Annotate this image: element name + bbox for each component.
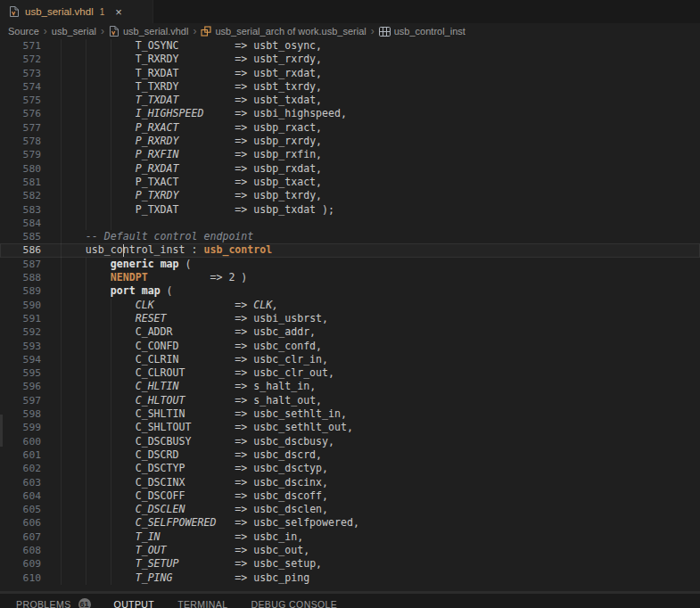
code-line[interactable]: 575 T_TXDAT => usbt_txdat, <box>0 94 700 107</box>
code-line[interactable]: 586 usb_control_inst : usb_control <box>0 243 700 257</box>
code-text: T_OUT => usbc_out, <box>36 544 309 557</box>
code-line[interactable]: 597 C_HLTOUT => s_halt_out, <box>0 394 700 407</box>
code-line[interactable]: 599 C_SHLTOUT => usbc_sethlt_out, <box>0 421 700 434</box>
code-line[interactable]: 582 P_TXRDY => usbp_txrdy, <box>0 189 700 202</box>
code-line[interactable]: 573 T_RXDAT => usbt_rxdat, <box>0 67 700 80</box>
code-line[interactable]: 577 P_RXACT => usbp_rxact, <box>0 121 700 135</box>
code-line[interactable]: 578 P_RXRDY => usbp_rxrdy, <box>0 135 700 148</box>
code-text: T_TXRDY => usbt_txrdy, <box>36 80 322 94</box>
chevron-right-icon: › <box>96 25 109 37</box>
code-line[interactable]: 595 C_CLROUT => usbc_clr_out, <box>0 366 700 380</box>
code-text: P_TXRDY => usbp_txrdy, <box>36 189 322 202</box>
breadcrumb-label: usb_serial <box>52 26 96 37</box>
code-line[interactable]: 604 C_DSCOFF => usbc_dscoff, <box>0 489 700 503</box>
code-text: T_RXRDY => usbt_rxrdy, <box>36 53 322 66</box>
panel-tab-problems[interactable]: PROBLEMS61 <box>16 597 91 608</box>
code-text: C_DSCTYP => usbc_dsctyp, <box>36 462 328 475</box>
breadcrumb-label: usb_serial.vhdl <box>123 26 188 37</box>
code-text: T_IN => usbc_in, <box>36 530 303 544</box>
indent-guide <box>61 217 62 230</box>
code-line[interactable]: 607 T_IN => usbc_in, <box>0 530 700 544</box>
chevron-right-icon: › <box>366 25 379 37</box>
code-text: C_DSCLEN => usbc_dsclen, <box>36 503 328 516</box>
code-line[interactable]: 579 P_RXFIN => usbp_rxfin, <box>0 148 700 161</box>
code-line[interactable]: 590 CLK => CLK, <box>0 299 700 312</box>
code-text: T_RXDAT => usbt_rxdat, <box>36 67 322 80</box>
line-number[interactable]: 584 <box>0 217 41 230</box>
code-line[interactable]: 610 T_PING => usbc_ping <box>0 571 700 585</box>
problems-count-badge: 61 <box>78 598 91 608</box>
breadcrumb-item-usb-serial[interactable]: usb_serial <box>52 26 96 37</box>
code-line[interactable]: 596 C_HLTIN => s_halt_in, <box>0 380 700 393</box>
code-line[interactable]: 581 P_TXACT => usbp_txact, <box>0 176 700 189</box>
panel-tab-label: PROBLEMS <box>16 599 71 608</box>
tab-usb-serial-vhdl[interactable]: usb_serial.vhdl 1 × <box>0 0 153 23</box>
code-line[interactable]: 594 C_CLRIN => usbc_clr_in, <box>0 353 700 366</box>
code-text: P_RXRDY => usbp_rxrdy, <box>36 135 322 148</box>
code-text: T_TXDAT => usbt_txdat, <box>36 94 322 107</box>
code-line[interactable]: 580 P_RXDAT => usbp_rxdat, <box>0 162 700 176</box>
vhdl-file-icon <box>9 5 20 18</box>
code-text: C_HLTIN => s_halt_in, <box>36 380 316 393</box>
code-text: C_CLRIN => usbc_clr_in, <box>36 353 328 366</box>
code-text: NENDPT => 2 ) <box>36 271 247 284</box>
code-line[interactable]: 584 <box>0 217 700 230</box>
panel-tab-debug-console[interactable]: DEBUG CONSOLE <box>251 597 337 608</box>
breadcrumb-item-source[interactable]: Source <box>8 26 39 37</box>
text-cursor <box>123 244 125 257</box>
code-line[interactable]: 589 port map ( <box>0 284 700 298</box>
code-text: C_CONFD => usbc_confd, <box>36 340 322 353</box>
breadcrumb-item-usb-control-inst[interactable]: usb_control_inst <box>379 26 465 37</box>
code-text: C_ADDR => usbc_addr, <box>36 325 316 339</box>
code-text: C_DSCINX => usbc_dscinx, <box>36 476 328 489</box>
code-text: -- Default control endpoint <box>36 230 253 243</box>
panel-tab-label: OUTPUT <box>114 599 155 608</box>
code-text: P_RXDAT => usbp_rxdat, <box>36 162 322 176</box>
code-line[interactable]: 572 T_RXRDY => usbt_rxrdy, <box>0 53 700 66</box>
code-text: generic map ( <box>36 258 192 271</box>
code-text: C_SELFPOWERED => usbc_selfpowered, <box>36 516 359 530</box>
chevron-right-icon: › <box>39 25 52 37</box>
close-icon[interactable]: × <box>115 6 122 18</box>
code-line[interactable]: 593 C_CONFD => usbc_confd, <box>0 340 700 353</box>
panel-tab-terminal[interactable]: TERMINAL <box>177 597 227 608</box>
code-text: T_OSYNC => usbt_osync, <box>36 39 322 53</box>
code-text: P_TXDAT => usbp_txdat ); <box>36 203 334 217</box>
indent-guide <box>111 217 111 230</box>
code-line[interactable]: 603 C_DSCINX => usbc_dscinx, <box>0 476 700 489</box>
code-text: CLK => CLK, <box>36 299 278 312</box>
code-line[interactable]: 606 C_SELFPOWERED => usbc_selfpowered, <box>0 516 700 530</box>
code-text: C_SHLTOUT => usbc_sethlt_out, <box>36 421 353 434</box>
code-text: P_RXACT => usbp_rxact, <box>36 121 322 135</box>
instance-icon <box>379 27 391 37</box>
code-line[interactable]: 574 T_TXRDY => usbt_txrdy, <box>0 80 700 94</box>
panel-tab-label: TERMINAL <box>177 599 227 608</box>
code-line[interactable]: 591 RESET => usbi_usbrst, <box>0 312 700 325</box>
breadcrumb-item-usb-serial-arch-of-work-usb-serial[interactable]: usb_serial_arch of work.usb_serial <box>201 26 366 37</box>
vhdl-file-icon <box>109 25 119 37</box>
code-line[interactable]: 605 C_DSCLEN => usbc_dsclen, <box>0 503 700 516</box>
panel-tab-label: DEBUG CONSOLE <box>251 599 337 608</box>
code-line[interactable]: 600 C_DSCBUSY => usbc_dscbusy, <box>0 435 700 448</box>
panel-tab-bar: PROBLEMS61OUTPUTTERMINALDEBUG CONSOLE <box>0 594 700 608</box>
code-line[interactable]: 608 T_OUT => usbc_out, <box>0 544 700 557</box>
code-line[interactable]: 601 C_DSCRD => usbc_dscrd, <box>0 448 700 462</box>
editor-tab-bar: usb_serial.vhdl 1 × <box>0 0 700 23</box>
code-line[interactable]: 583 P_TXDAT => usbp_txdat ); <box>0 203 700 217</box>
breadcrumb-item-usb-serial-vhdl[interactable]: usb_serial.vhdl <box>109 25 188 37</box>
code-line[interactable]: 571 T_OSYNC => usbt_osync, <box>0 39 700 53</box>
tab-title: usb_serial.vhdl <box>25 6 94 17</box>
code-line[interactable]: 587 generic map ( <box>0 258 700 271</box>
code-line[interactable]: 588 NENDPT => 2 ) <box>0 271 700 284</box>
code-text: T_SETUP => usbc_setup, <box>36 557 322 571</box>
breadcrumb-label: usb_control_inst <box>394 26 465 37</box>
code-line[interactable]: 598 C_SHLTIN => usbc_sethlt_in, <box>0 407 700 421</box>
panel-tab-output[interactable]: OUTPUT <box>114 597 155 608</box>
code-text: C_DSCRD => usbc_dscrd, <box>36 448 322 462</box>
breadcrumb: Source›usb_serial›usb_serial.vhdl›usb_se… <box>0 23 700 39</box>
code-line[interactable]: 576 I_HIGHSPEED => usbi_highspeed, <box>0 107 700 120</box>
code-line[interactable]: 585 -- Default control endpoint <box>0 230 700 243</box>
code-line[interactable]: 609 T_SETUP => usbc_setup, <box>0 557 700 571</box>
code-line[interactable]: 602 C_DSCTYP => usbc_dsctyp, <box>0 462 700 475</box>
code-line[interactable]: 592 C_ADDR => usbc_addr, <box>0 325 700 339</box>
